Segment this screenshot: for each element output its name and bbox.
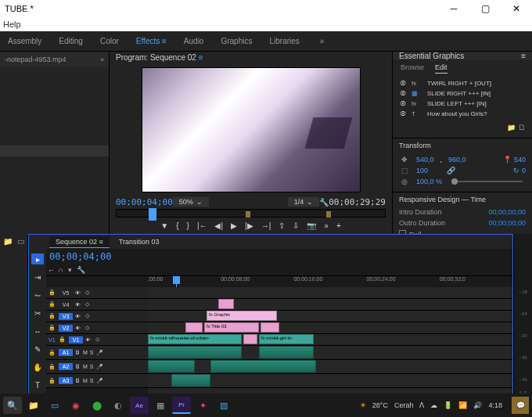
layer-item[interactable]: ⦿▦SLIDE RIGHT +++ [IN] [396, 88, 529, 99]
eg-tab-browse[interactable]: Browse [401, 63, 424, 74]
go-in-icon[interactable]: |← [197, 221, 207, 230]
program-tc-in[interactable]: 00;00;04;00 [116, 197, 173, 207]
rotation-icon[interactable]: ↻ 0 [513, 167, 526, 174]
tray-chevron[interactable]: ᐱ [419, 401, 424, 409]
taskbar-app[interactable]: ▨ [214, 397, 233, 414]
ws-editing[interactable]: Editing [59, 37, 83, 45]
taskbar-app[interactable]: ◉ [66, 397, 85, 414]
ripple-tool[interactable]: ⥊ [31, 289, 44, 300]
layer-item[interactable]: ⦿fxSLIDE LEFT +++ [IN] [396, 99, 529, 109]
audio-clip[interactable] [210, 360, 316, 372]
play-icon[interactable]: ▶ [231, 221, 237, 230]
taskbar-app[interactable]: ⬤ [88, 397, 106, 414]
type-tool[interactable]: T [31, 379, 44, 390]
marker-icon[interactable]: ▾ [68, 266, 72, 274]
link-icon[interactable]: ∩ [58, 266, 63, 274]
program-monitor[interactable] [142, 67, 361, 192]
slip-tool[interactable]: ↔ [31, 325, 44, 336]
pos-y[interactable]: 960,0 [448, 156, 466, 164]
tray-battery-icon[interactable]: 🔋 [444, 401, 452, 409]
clip-graphic[interactable]: fx Graphic [207, 311, 277, 321]
track-header-a2[interactable]: 🔒A2🎚MS🎤 [46, 360, 148, 374]
settings-icon[interactable]: 🔧 [77, 266, 85, 274]
clip-title03[interactable]: fx Title 03 [204, 322, 259, 333]
tray-wifi-icon[interactable]: 📶 [458, 401, 467, 409]
step-back-icon[interactable]: ◀| [214, 221, 223, 230]
clip[interactable] [261, 322, 279, 333]
taskbar-premiere[interactable]: Pr [172, 397, 191, 414]
hand-tool[interactable]: ✋ [31, 361, 44, 372]
track-header-v5[interactable]: 🔒V5👁◇ [46, 287, 148, 299]
ws-graphics[interactable]: Graphics [221, 37, 252, 45]
taskbar-app[interactable]: ◐ [109, 397, 128, 414]
taskbar-app[interactable]: ✦ [193, 397, 212, 414]
tray-clock[interactable]: 4:18 [488, 401, 502, 409]
timeline-tab-seq02[interactable]: Sequence 02 ≡ [49, 236, 110, 248]
audio-clip[interactable] [148, 360, 195, 372]
transport-overflow[interactable]: » [324, 221, 329, 230]
new-layer-icon[interactable]: 🗋 [519, 124, 526, 131]
audio-clip[interactable] [148, 346, 242, 358]
anchor-val[interactable]: 100 [416, 167, 428, 174]
opacity-slider[interactable] [451, 181, 523, 182]
minimize-button[interactable]: ─ [438, 0, 469, 17]
taskbar-app[interactable]: ▭ [45, 397, 64, 414]
eye-icon[interactable]: ⦿ [399, 110, 407, 117]
new-folder-icon[interactable]: 📁 [507, 124, 516, 131]
taskbar-explorer[interactable]: 📁 [24, 397, 43, 414]
timeline-tab-trans03[interactable]: Transition 03 [113, 236, 166, 247]
audio-clip[interactable] [259, 346, 314, 358]
close-button[interactable]: ✕ [501, 0, 532, 17]
ws-audio[interactable]: Audio [184, 37, 204, 45]
ws-assembly[interactable]: Assembly [8, 37, 41, 45]
timeline-content[interactable]: fx Graphic fx Title 03 fx mixkit-silhoue… [148, 287, 512, 399]
weather-icon[interactable]: ☀ [360, 401, 366, 409]
track-header-v2[interactable]: 🔒V2👁◇ [46, 322, 148, 334]
add-marker-icon[interactable]: ▼ [160, 221, 168, 230]
clip[interactable] [243, 334, 257, 344]
go-out-icon[interactable]: →| [261, 221, 271, 230]
export-frame-icon[interactable]: 📷 [307, 221, 316, 230]
clip[interactable] [218, 299, 234, 309]
track-header-v3[interactable]: 🔒V3👁◇ [46, 311, 148, 322]
timeline-ruler[interactable]: ;00;0000;00;08;0000;00;16;0000;00;24;000… [46, 276, 512, 287]
step-fwd-icon[interactable]: |▶ [245, 221, 253, 230]
scale-val[interactable]: 100,0 % [416, 178, 442, 185]
menu-help[interactable]: Help [3, 20, 21, 29]
layer-item[interactable]: ⦿THow about you Girls? [396, 109, 529, 119]
anchor-reset-icon[interactable]: 📍 540 [503, 156, 526, 164]
tray-volume-icon[interactable]: 🔊 [473, 401, 482, 409]
program-scrubber[interactable] [116, 209, 386, 218]
btn-plus[interactable]: + [336, 221, 341, 230]
eye-icon[interactable]: ⦿ [399, 80, 407, 87]
extract-icon[interactable]: ⇩ [293, 221, 299, 230]
notification-icon[interactable]: 💬 [512, 397, 529, 414]
mark-in-icon[interactable]: { [176, 221, 178, 230]
taskbar-ae[interactable]: Ae [130, 397, 149, 414]
track-header-v1[interactable]: V1🔒V1👁◇ [46, 334, 148, 346]
eye-icon[interactable]: ⦿ [399, 90, 407, 97]
audio-clip[interactable] [171, 374, 210, 386]
ws-effects[interactable]: Effects ≡ [136, 37, 167, 45]
settings-icon[interactable]: 🔧 [319, 198, 329, 207]
selection-tool[interactable]: ▸ [31, 253, 44, 264]
clip-girl[interactable]: fx mixkit-girl-in- [259, 334, 314, 344]
ws-overflow[interactable]: » [320, 37, 325, 45]
razor-tool[interactable]: ✂ [31, 307, 44, 318]
intro-duration[interactable]: 00;00;00;00 [488, 208, 526, 216]
track-header-a3[interactable]: 🔒A3🎚MS🎤 [46, 374, 148, 388]
pen-tool[interactable]: ✎ [31, 343, 44, 354]
mark-out-icon[interactable]: } [187, 221, 189, 230]
track-header-v4[interactable]: 🔒V4👁◇ [46, 299, 148, 311]
track-select-tool[interactable]: ⇥ [31, 271, 44, 282]
eg-tab-edit[interactable]: Edit [435, 63, 448, 74]
eye-icon[interactable]: ⦿ [399, 100, 407, 107]
clip-silhouette[interactable]: fx mixkit-silhouette-of-urban- [148, 334, 242, 344]
source-overflow[interactable]: » [100, 56, 104, 63]
layer-item[interactable]: ⦿fxTWIRL RIGHT + [OUT] [396, 78, 529, 88]
bin-icon[interactable]: ▭ [17, 237, 24, 245]
tray-onedrive-icon[interactable]: ☁ [430, 401, 437, 409]
panel-menu-icon[interactable]: ≡ [521, 52, 526, 60]
timeline-timecode[interactable]: 00;00;04;00 [49, 251, 128, 262]
ws-color[interactable]: Color [100, 37, 119, 45]
